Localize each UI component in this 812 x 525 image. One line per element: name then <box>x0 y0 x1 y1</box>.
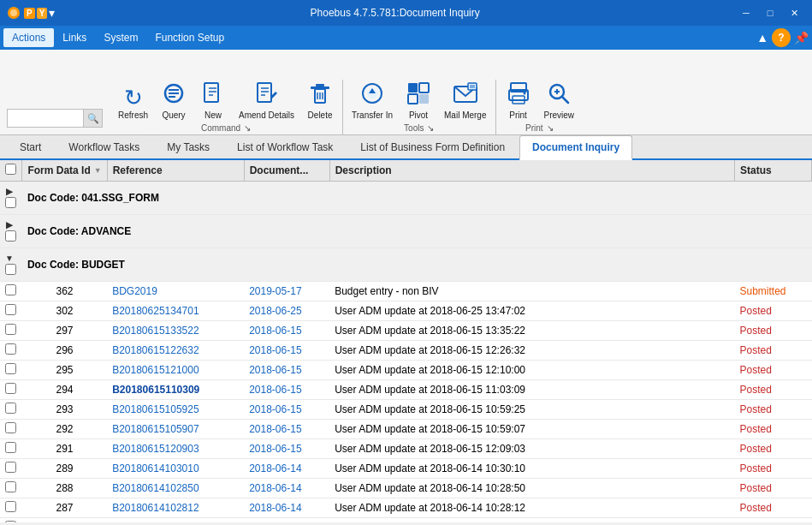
menu-system[interactable]: System <box>95 28 146 47</box>
doc-date[interactable]: 2018-06-14 <box>249 522 301 522</box>
quick-access-arrow[interactable]: ▾ <box>49 6 55 20</box>
tab-list-workflow-task[interactable]: List of Workflow Task <box>224 135 346 158</box>
doc-date[interactable]: 2018-06-15 <box>249 325 301 337</box>
doc-date[interactable]: 2018-06-14 <box>249 482 301 494</box>
help-chevron-up[interactable]: ▲ <box>756 31 768 45</box>
ref-link[interactable]: B20180625134701 <box>112 305 199 317</box>
row-checkbox[interactable] <box>5 324 16 335</box>
mail-merge-button[interactable]: Mail Merge <box>439 80 491 122</box>
row-doc-date[interactable]: 2018-06-14 <box>244 479 329 498</box>
maximize-button[interactable]: □ <box>759 2 781 24</box>
ref-link[interactable]: B20180614103010 <box>112 462 199 474</box>
row-reference[interactable]: B20180615121000 <box>107 361 244 380</box>
group-expand-arrow-ssg-form[interactable]: ▶ <box>6 187 13 196</box>
row-reference[interactable]: B20180614102850 <box>107 479 244 498</box>
refresh-button[interactable]: ↻ Refresh <box>113 85 153 122</box>
select-all-checkbox[interactable] <box>5 164 16 175</box>
print-expand-icon[interactable]: ↘ <box>547 123 554 133</box>
group-expand-arrow-budget[interactable]: ▼ <box>5 254 14 263</box>
row-checkbox-cell[interactable] <box>0 518 22 523</box>
row-doc-date[interactable]: 2018-06-15 <box>244 420 329 439</box>
ref-link[interactable]: B20180612102604 <box>112 522 199 522</box>
row-checkbox-cell[interactable] <box>0 341 22 361</box>
tab-start[interactable]: Start <box>7 135 54 158</box>
search-button[interactable]: 🔍 <box>84 109 103 128</box>
row-checkbox-cell[interactable] <box>0 400 22 420</box>
row-checkbox-cell[interactable] <box>0 498 22 518</box>
preview-button[interactable]: Preview <box>539 80 580 122</box>
ref-link[interactable]: B20180615133522 <box>112 325 199 337</box>
row-reference[interactable]: B20180625134701 <box>107 301 244 321</box>
group-expand-cell[interactable]: ▼ <box>0 248 22 282</box>
ribbon-pin[interactable]: 📌 <box>794 31 809 45</box>
new-button[interactable]: New <box>194 80 232 122</box>
doc-date[interactable]: 2018-06-15 <box>249 423 301 435</box>
row-reference[interactable]: B20180615105907 <box>107 420 244 439</box>
row-checkbox-cell[interactable] <box>0 301 22 321</box>
row-checkbox[interactable] <box>5 304 16 315</box>
row-checkbox[interactable] <box>5 481 16 492</box>
delete-button[interactable]: Delete <box>301 80 339 122</box>
doc-date[interactable]: 2018-06-15 <box>249 443 301 455</box>
amend-button[interactable]: Amend Details <box>234 80 299 122</box>
row-checkbox-cell[interactable] <box>0 439 22 459</box>
row-checkbox-cell[interactable] <box>0 459 22 479</box>
row-checkbox[interactable] <box>5 383 16 394</box>
group-checkbox-advance[interactable] <box>5 230 16 242</box>
row-checkbox[interactable] <box>5 442 16 453</box>
minimize-button[interactable]: ─ <box>735 2 757 24</box>
th-form-data-id[interactable]: Form Data Id ▼ <box>22 160 107 182</box>
row-reference[interactable]: B20180615120903 <box>107 439 244 459</box>
doc-date[interactable]: 2018-06-15 <box>249 364 301 376</box>
row-checkbox-cell[interactable] <box>0 282 22 301</box>
row-doc-date[interactable]: 2018-06-14 <box>244 459 329 479</box>
menu-actions[interactable]: Actions <box>3 28 54 47</box>
row-doc-date[interactable]: 2018-06-25 <box>244 301 329 321</box>
row-doc-date[interactable]: 2018-06-15 <box>244 361 329 380</box>
command-expand-icon[interactable]: ↘ <box>244 123 251 133</box>
ref-link[interactable]: B20180615122632 <box>112 344 199 356</box>
row-checkbox[interactable] <box>5 422 16 433</box>
ref-link[interactable]: B20180614102812 <box>112 502 199 514</box>
row-reference[interactable]: B20180615110309 <box>107 380 244 400</box>
search-input[interactable] <box>7 109 84 128</box>
doc-date[interactable]: 2018-06-15 <box>249 403 301 415</box>
row-checkbox-cell[interactable] <box>0 420 22 439</box>
doc-date[interactable]: 2018-06-14 <box>249 502 301 514</box>
row-checkbox[interactable] <box>5 343 16 355</box>
row-doc-date[interactable]: 2018-06-14 <box>244 498 329 518</box>
row-doc-date[interactable]: 2018-06-15 <box>244 341 329 361</box>
group-expand-arrow-advance[interactable]: ▶ <box>6 220 13 230</box>
transfer-in-button[interactable]: Transfer In <box>347 80 398 122</box>
row-reference[interactable]: B20180615105925 <box>107 400 244 420</box>
help-button[interactable]: ? <box>772 28 791 47</box>
row-doc-date[interactable]: 2018-06-15 <box>244 439 329 459</box>
group-expand-cell[interactable]: ▶ <box>0 215 22 248</box>
row-doc-date[interactable]: 2019-05-17 <box>244 282 329 301</box>
ref-link[interactable]: B20180615120903 <box>112 443 199 455</box>
ref-link[interactable]: B20180615105907 <box>112 423 199 435</box>
ref-link[interactable]: B20180614102850 <box>112 482 199 494</box>
row-checkbox[interactable] <box>5 284 16 295</box>
row-doc-date[interactable]: 2018-06-15 <box>244 321 329 341</box>
row-checkbox[interactable] <box>5 363 16 374</box>
doc-date[interactable]: 2018-06-14 <box>249 462 301 474</box>
close-button[interactable]: ✕ <box>783 2 805 24</box>
print-button[interactable]: Print <box>500 80 537 122</box>
row-reference[interactable]: B20180614103010 <box>107 459 244 479</box>
menu-function-setup[interactable]: Function Setup <box>146 28 233 47</box>
row-checkbox[interactable] <box>5 521 16 522</box>
doc-date[interactable]: 2019-05-17 <box>249 285 301 297</box>
row-reference[interactable]: B20180612102604 <box>107 518 244 523</box>
row-checkbox[interactable] <box>5 462 16 473</box>
tab-document-inquiry[interactable]: Document Inquiry <box>519 135 632 160</box>
tab-my-tasks[interactable]: My Tasks <box>154 135 222 158</box>
ref-link[interactable]: B20180615121000 <box>112 364 199 376</box>
pivot-button[interactable]: Pivot <box>400 80 437 122</box>
doc-date[interactable]: 2018-06-15 <box>249 384 301 396</box>
tab-list-business-form[interactable]: List of Business Form Definition <box>347 135 518 158</box>
query-button[interactable]: Query <box>155 80 193 122</box>
doc-date[interactable]: 2018-06-15 <box>249 344 301 356</box>
row-checkbox-cell[interactable] <box>0 479 22 498</box>
group-checkbox-ssg-form[interactable] <box>5 197 16 208</box>
